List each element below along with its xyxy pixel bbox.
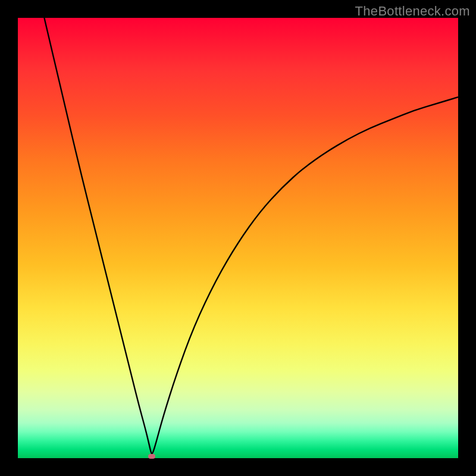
watermark-text: TheBottleneck.com (355, 4, 470, 19)
chart-stage: TheBottleneck.com (0, 0, 476, 476)
curve-layer (18, 18, 458, 458)
min-marker (148, 454, 155, 459)
bottleneck-curve (44, 18, 458, 454)
plot-area (18, 18, 458, 458)
